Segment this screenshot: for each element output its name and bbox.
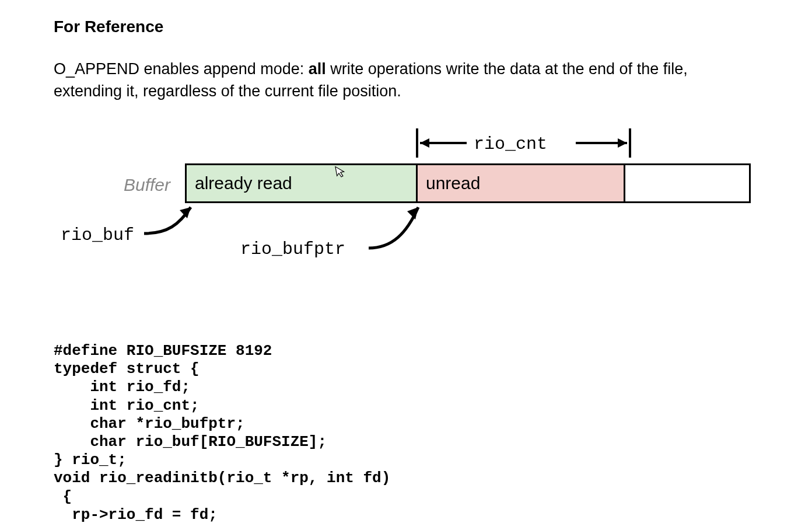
buffer-diagram: rio_cnt Buffer already read unread rio_b… bbox=[54, 117, 754, 269]
code-block: #define RIO_BUFSIZE 8192 typedef struct … bbox=[54, 342, 390, 523]
buffer-segment-unread: unread bbox=[418, 165, 625, 201]
rio-cnt-span-icon bbox=[54, 117, 754, 163]
section-heading: For Reference bbox=[54, 18, 163, 36]
svg-marker-5 bbox=[618, 138, 627, 148]
paragraph-bold: all bbox=[309, 60, 326, 78]
description-paragraph: O_APPEND enables append mode: all write … bbox=[54, 58, 754, 103]
buffer-segment-already-read: already read bbox=[187, 165, 418, 201]
buffer-label: Buffer bbox=[124, 175, 170, 195]
buffer-container: already read unread bbox=[185, 163, 751, 203]
page: For Reference O_APPEND enables append mo… bbox=[0, 0, 812, 523]
svg-marker-3 bbox=[420, 138, 429, 148]
paragraph-pre: O_APPEND enables append mode: bbox=[54, 60, 309, 78]
rio-bufptr-label: rio_bufptr bbox=[240, 239, 345, 259]
svg-marker-6 bbox=[180, 207, 191, 218]
svg-marker-7 bbox=[407, 207, 418, 219]
rio-cnt-label: rio_cnt bbox=[474, 134, 547, 154]
buffer-segment-empty bbox=[625, 165, 749, 201]
rio-buf-label: rio_buf bbox=[61, 225, 134, 245]
